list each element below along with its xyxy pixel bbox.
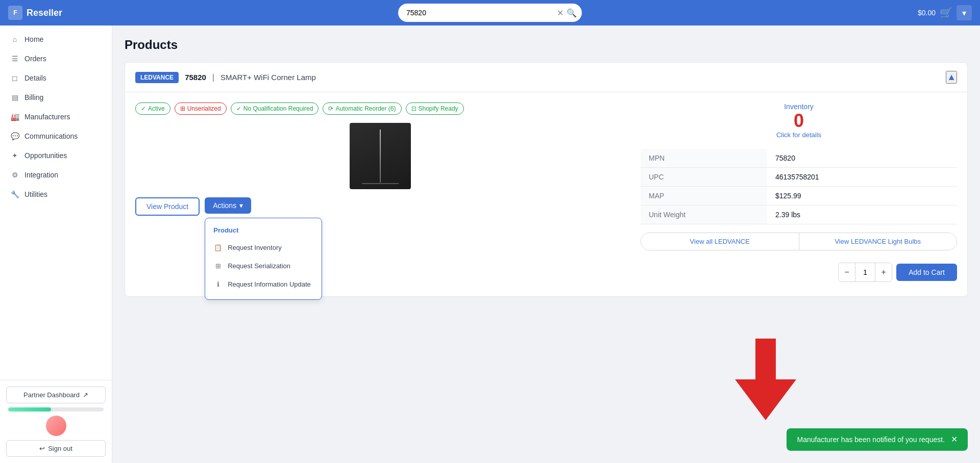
billing-icon: ▤ [10,93,19,102]
logo-text: Reseller [27,8,62,18]
dropdown-item-request-serialization[interactable]: ⊞ Request Serialization [205,256,322,275]
request-info-update-label: Request Information Update [228,280,311,288]
view-all-ledvance-button[interactable]: View all LEDVANCE [641,233,799,250]
sidebar-item-orders[interactable]: ☰ Orders [0,49,112,68]
user-avatar-area [8,416,104,436]
communications-icon: 💬 [10,132,19,141]
quantity-input[interactable] [855,263,875,281]
noqualification-icon: ✓ [236,105,241,112]
sidebar-item-label-opportunities: Opportunities [24,151,67,160]
badge-shopify: ⊡ Shopify Ready [406,102,464,115]
sidebar-item-utilities[interactable]: 🔧 Utilities [0,185,112,204]
product-right: Inventory 0 Click for details MPN 75820 … [641,102,957,286]
dropdown-item-request-info-update[interactable]: ℹ Request Information Update [205,275,322,293]
request-info-update-icon: ℹ [213,279,223,289]
svg-marker-0 [735,339,796,420]
product-badges: ✓ Active ⊞ Unserialized ✓ No Qualificati… [135,102,625,115]
actions-button[interactable]: Actions ▾ [205,197,251,214]
partner-dashboard-button[interactable]: Partner Dashboard ↗ [6,387,106,403]
product-image [350,123,411,189]
sign-out-button[interactable]: ↩ Sign out [6,440,106,457]
quantity-control: − + [838,263,892,282]
brand-badge: LEDVANCE [135,72,179,83]
cart-icon[interactable]: 🛒 [940,7,952,19]
badge-active: ✓ Active [135,102,170,115]
add-to-cart-label: Add to Cart [909,268,945,276]
partner-dashboard-label: Partner Dashboard [23,391,80,399]
sidebar-item-integration[interactable]: ⚙ Integration [0,165,112,185]
search-container: ✕ 🔍 [398,4,582,22]
sidebar-item-home[interactable]: ⌂ Home [0,30,112,49]
opportunities-icon: ✦ [10,151,19,160]
quantity-decrease-button[interactable]: − [839,263,855,281]
sidebar-item-communications[interactable]: 💬 Communications [0,126,112,146]
inventory-label: Inventory [641,102,957,111]
spec-row-mpn: MPN 75820 [641,149,957,168]
progress-bar-fill [8,407,51,411]
request-inventory-icon: 📋 [213,243,223,252]
spec-key-map: MAP [641,186,767,205]
active-icon: ✓ [141,105,146,112]
toast-notification: Manufacturer has been notified of you re… [787,428,968,451]
inventory-details-link[interactable]: Click for details [641,131,957,139]
product-card: LEDVANCE 75820 | SMART+ WiFi Corner Lamp… [125,62,968,297]
main-content: Products LEDVANCE 75820 | SMART+ WiFi Co… [112,25,980,463]
search-icon[interactable]: 🔍 [567,8,577,18]
home-icon: ⌂ [10,35,19,44]
view-ledvance-light-bulbs-label: View LEDVANCE Light Bulbs [835,238,921,245]
add-to-cart-button[interactable]: Add to Cart [896,264,957,281]
layout: ⌂ Home ☰ Orders ◻ Details ▤ Billing 🏭 Ma… [0,25,980,463]
sign-out-icon: ↩ [39,445,45,452]
sidebar-item-label-details: Details [24,74,46,82]
header: F Reseller ✕ 🔍 $0.00 🛒 ▾ [0,0,980,25]
cart-amount: $0.00 [918,9,936,17]
user-dropdown-button[interactable]: ▾ [957,5,972,20]
badge-noqualification: ✓ No Qualification Required [231,102,319,115]
sidebar-item-label-manufacturers: Manufacturers [24,113,70,121]
utilities-icon: 🔧 [10,190,19,199]
spec-value-map: $125.99 [767,186,957,205]
view-product-button[interactable]: View Product [135,197,200,216]
sidebar-nav: ⌂ Home ☰ Orders ◻ Details ▤ Billing 🏭 Ma… [0,25,112,380]
sidebar-item-label-communications: Communications [24,132,78,140]
spec-row-unit-weight: Unit Weight 2.39 lbs [641,205,957,224]
collapse-button[interactable]: ▲ [946,71,957,84]
toast-message: Manufacturer has been notified of you re… [797,435,945,444]
search-icons: ✕ 🔍 [557,8,577,18]
product-left: ✓ Active ⊞ Unserialized ✓ No Qualificati… [135,102,625,286]
spec-row-upc: UPC 46135758201 [641,167,957,186]
quantity-increase-button[interactable]: + [875,263,892,281]
sidebar-item-opportunities[interactable]: ✦ Opportunities [0,146,112,165]
integration-icon: ⚙ [10,170,19,179]
product-header: LEDVANCE 75820 | SMART+ WiFi Corner Lamp… [125,63,967,92]
view-ledvance-light-bulbs-button[interactable]: View LEDVANCE Light Bulbs [799,233,957,250]
sidebar-item-label-home: Home [24,35,43,43]
sidebar-item-billing[interactable]: ▤ Billing [0,88,112,107]
product-actions: View Product Actions ▾ Product [135,197,625,216]
product-cart-area: − + Add to Cart [641,259,957,286]
toast-close-icon: ✕ [951,435,958,444]
actions-chevron-icon: ▾ [239,201,243,210]
sidebar-bottom: Partner Dashboard ↗ ↩ Sign out [0,380,112,463]
product-links: View all LEDVANCE View LEDVANCE Light Bu… [641,233,957,250]
product-body: ✓ Active ⊞ Unserialized ✓ No Qualificati… [125,92,967,296]
actions-dropdown-menu: Product 📋 Request Inventory ⊞ Request Se… [205,218,322,300]
avatar [46,416,66,436]
request-serialization-label: Request Serialization [228,262,290,270]
clear-search-icon[interactable]: ✕ [557,8,564,18]
sidebar-item-manufacturers[interactable]: 🏭 Manufacturers [0,107,112,126]
dropdown-item-request-inventory[interactable]: 📋 Request Inventory [205,238,322,256]
toast-close-button[interactable]: ✕ [951,435,958,444]
spec-value-mpn: 75820 [767,149,957,168]
product-mpn: 75820 [185,73,206,82]
spec-key-upc: UPC [641,167,767,186]
spec-key-unit-weight: Unit Weight [641,205,767,224]
sidebar-item-details[interactable]: ◻ Details [0,68,112,88]
request-inventory-label: Request Inventory [228,244,282,251]
view-all-ledvance-label: View all LEDVANCE [690,238,750,245]
header-right: $0.00 🛒 ▾ [918,5,972,20]
product-name: SMART+ WiFi Corner Lamp [220,73,316,82]
spec-value-unit-weight: 2.39 lbs [767,205,957,224]
search-input[interactable] [398,4,582,22]
spec-row-map: MAP $125.99 [641,186,957,205]
